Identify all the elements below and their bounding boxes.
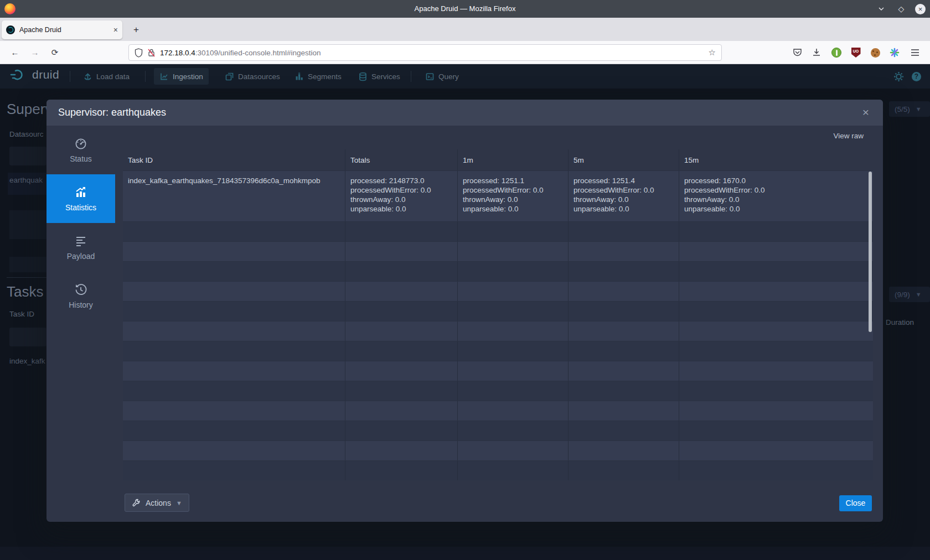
pocket-icon[interactable] (790, 45, 804, 60)
ingestion-icon (159, 72, 169, 81)
statistics-table: Task ID Totals 1m 5m 15m index_kafka_ear… (123, 149, 873, 480)
nav-divider (70, 71, 70, 82)
tab-close-icon[interactable]: × (113, 25, 118, 34)
query-icon (425, 72, 435, 81)
tab-label: Payload (67, 252, 95, 261)
nav-item-label: Query (438, 72, 459, 81)
datasources-icon (225, 72, 234, 81)
window-close-icon[interactable]: × (915, 4, 926, 14)
column-header: 5m (568, 149, 679, 170)
forward-icon[interactable]: → (28, 45, 42, 60)
tab-history[interactable]: History (46, 272, 115, 320)
tasks-duration-column-header: Duration (886, 318, 914, 326)
dialog-header: Supervisor: earthquakes × (46, 100, 883, 126)
supervisors-column-header: Datasourc (9, 130, 44, 138)
cookie-extension-icon[interactable] (868, 45, 882, 60)
nav-item-label: Segments (308, 72, 342, 81)
nav-item-services[interactable]: Services (353, 68, 406, 85)
privacy-badger-icon[interactable] (829, 45, 844, 60)
window-titlebar: Apache Druid — Mozilla Firefox ◇ × (0, 0, 930, 18)
insecure-lock-icon[interactable] (147, 48, 156, 58)
table-empty-row (123, 381, 873, 401)
table-empty-row (123, 421, 873, 440)
chevron-down-icon: ▼ (176, 500, 182, 506)
screen: Apache Druid — Mozilla Firefox ◇ × Apach… (0, 0, 930, 560)
chart-icon (74, 186, 87, 199)
chevron-down-icon: ▼ (916, 106, 922, 112)
tab-payload[interactable]: Payload (46, 223, 115, 272)
five-minute-cell: processed: 1251.4processedWithError: 0.0… (568, 171, 679, 221)
menu-icon[interactable] (908, 45, 922, 60)
settings-gear-icon[interactable] (893, 71, 904, 82)
column-header: Totals (345, 149, 457, 170)
druid-brand-label: druid (32, 68, 59, 81)
supervisors-filter-input[interactable] (9, 147, 46, 165)
table-row[interactable]: index_kafka_earthquakes_7184357396d6c0a_… (123, 170, 873, 221)
table-empty-row (123, 401, 873, 421)
nav-item-label: Datasources (238, 72, 280, 81)
dialog-close-icon[interactable]: × (860, 106, 872, 118)
nav-item-label: Services (371, 72, 400, 81)
tasks-filter-input[interactable] (9, 328, 46, 346)
tab-title: Apache Druid (19, 26, 109, 34)
tracking-shield-icon[interactable] (135, 48, 143, 58)
table-empty-row (123, 321, 873, 341)
supervisors-count-dropdown[interactable]: (5/5) ▼ (889, 101, 930, 117)
supervisor-row-datasource[interactable]: earthquak (9, 176, 43, 184)
nav-item-query[interactable]: Query (420, 68, 464, 85)
window-maximize-icon[interactable]: ◇ (896, 4, 906, 13)
tab-statistics[interactable]: Statistics (46, 174, 115, 223)
align-left-icon (74, 235, 87, 248)
back-icon[interactable]: ← (8, 45, 22, 60)
browser-tab[interactable]: Apache Druid × (2, 20, 122, 39)
one-minute-cell: processed: 1251.1processedWithError: 0.0… (457, 171, 568, 221)
tasks-count-dropdown[interactable]: (9/9) ▼ (889, 287, 930, 302)
nav-item-segments[interactable]: Segments (289, 68, 347, 85)
downloads-icon[interactable] (809, 45, 824, 60)
druid-favicon-icon (6, 25, 15, 34)
window-minimize-icon[interactable] (877, 5, 887, 13)
table-empty-row (123, 241, 873, 261)
nav-item-label: Ingestion (173, 72, 203, 81)
druid-logo[interactable]: druid (10, 68, 59, 81)
fifteen-minute-cell: processed: 1670.0processedWithError: 0.0… (679, 171, 873, 221)
nav-item-datasources[interactable]: Datasources (219, 68, 286, 85)
help-icon[interactable]: ? (912, 72, 921, 81)
dialog-side-tabs: Status Statistics Payload History (46, 126, 115, 320)
table-empty-row (123, 221, 873, 241)
new-tab-button[interactable]: + (129, 23, 143, 37)
ublock-origin-icon[interactable]: UO (849, 45, 863, 60)
multi-account-icon[interactable] (887, 45, 902, 60)
browser-toolbar: ← → ⟳ 172.18.0.4:30109/unified-console.h… (0, 41, 930, 64)
tab-status[interactable]: Status (46, 126, 115, 174)
wrench-icon (132, 499, 141, 507)
table-header-row: Task ID Totals 1m 5m 15m (123, 149, 873, 170)
table-scrollbar[interactable] (869, 172, 872, 332)
nav-divider (145, 71, 146, 82)
table-empty-row (123, 281, 873, 301)
table-empty-row (123, 460, 873, 480)
segments-icon (294, 72, 304, 81)
nav-item-ingestion[interactable]: Ingestion (154, 68, 209, 85)
actions-button[interactable]: Actions ▼ (125, 494, 189, 512)
column-header: 1m (457, 149, 568, 170)
supervisors-heading: Superv (7, 101, 52, 118)
bookmark-star-icon[interactable]: ☆ (709, 48, 716, 58)
tab-label: History (69, 300, 93, 309)
nav-item-load-data[interactable]: Load data (78, 68, 135, 85)
reload-icon[interactable]: ⟳ (48, 45, 62, 60)
background-table-band (0, 547, 930, 560)
tab-label: Status (70, 154, 92, 163)
table-empty-row (123, 261, 873, 281)
close-button[interactable]: Close (839, 495, 872, 511)
dashboard-icon (74, 137, 87, 151)
totals-cell: processed: 2148773.0processedWithError: … (345, 171, 457, 221)
table-empty-row (123, 341, 873, 361)
druid-navbar: druid Load data Ingestion Datasources Se… (0, 64, 930, 89)
table-empty-row (123, 440, 873, 460)
url-bar[interactable]: 172.18.0.4:30109/unified-console.html#in… (128, 44, 722, 61)
table-empty-rows (123, 221, 873, 480)
table-empty-row (123, 361, 873, 381)
view-raw-link[interactable]: View raw (833, 132, 864, 140)
task-row-id[interactable]: index_kafk (9, 357, 45, 365)
